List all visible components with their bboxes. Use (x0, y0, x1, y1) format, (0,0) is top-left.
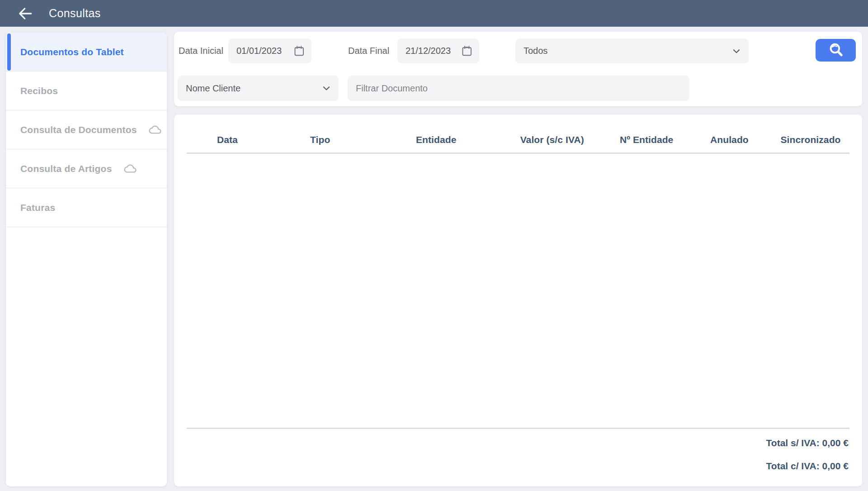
sidebar-item-faturas[interactable]: Faturas (6, 188, 167, 227)
tipo-documento-dropdown[interactable]: Todos (515, 38, 749, 63)
cloud-icon (146, 124, 164, 136)
chevron-down-icon (731, 45, 742, 57)
filtrar-documento-input[interactable] (348, 76, 689, 101)
column-header-valor: Valor (s/c IVA) (499, 134, 605, 145)
app-root: Consultas Documentos do Tablet Recibos C… (0, 0, 868, 491)
column-header-tipo: Tipo (267, 134, 373, 145)
column-header-anulado: Anulado (688, 134, 771, 145)
sidebar-item-label: Documentos do Tablet (20, 47, 124, 57)
table-header-row: Data Tipo Entidade Valor (s/c IVA) Nº En… (188, 133, 850, 146)
calendar-icon (293, 45, 305, 57)
sidebar-item-consulta-de-documentos[interactable]: Consulta de Documentos (6, 110, 167, 149)
arrow-left-icon (17, 5, 34, 22)
back-button[interactable] (16, 5, 34, 23)
chevron-down-icon (321, 82, 332, 94)
nome-cliente-selected-value: Nome Cliente (186, 83, 321, 94)
data-inicial-value: 01/01/2023 (236, 46, 293, 56)
selected-accent-bar (7, 33, 11, 71)
data-final-value: 21/12/2023 (406, 46, 461, 56)
sidebar-item-consulta-de-artigos[interactable]: Consulta de Artigos (6, 149, 167, 188)
data-final-field[interactable]: 21/12/2023 (397, 38, 479, 63)
table-footer-divider (187, 428, 849, 429)
data-final-label: Data Final (348, 38, 389, 63)
sidebar: Documentos do Tablet Recibos Consulta de… (6, 33, 167, 486)
column-header-entidade: Entidade (373, 134, 499, 145)
data-inicial-label: Data Inicial (179, 38, 223, 63)
data-inicial-field[interactable]: 01/01/2023 (228, 38, 311, 63)
search-icon (828, 42, 844, 58)
sidebar-item-recibos[interactable]: Recibos (6, 72, 167, 110)
table-header-divider (187, 153, 849, 154)
tipo-documento-selected-value: Todos (524, 46, 731, 56)
nome-cliente-dropdown[interactable]: Nome Cliente (178, 76, 339, 101)
filter-panel: Data Inicial 01/01/2023 Data Final 21/12… (174, 32, 862, 106)
total-sem-iva: Total s/ IVA: 0,00 € (766, 438, 849, 448)
sidebar-item-label: Recibos (20, 86, 58, 96)
search-button[interactable] (816, 39, 856, 62)
page-title: Consultas (49, 7, 101, 20)
calendar-icon (461, 45, 473, 57)
column-header-sincronizado: Sincronizado (771, 134, 850, 145)
sidebar-item-label: Faturas (20, 202, 55, 213)
column-header-n-entidade: Nº Entidade (605, 134, 688, 145)
sidebar-item-label: Consulta de Documentos (20, 124, 137, 135)
topbar: Consultas (0, 0, 868, 27)
column-header-data: Data (188, 134, 267, 145)
cloud-icon (121, 162, 139, 175)
sidebar-item-label: Consulta de Artigos (20, 163, 112, 174)
total-com-iva: Total c/ IVA: 0,00 € (766, 461, 849, 472)
sidebar-item-documentos-do-tablet[interactable]: Documentos do Tablet (6, 33, 167, 72)
documents-table-panel: Data Tipo Entidade Valor (s/c IVA) Nº En… (174, 114, 862, 486)
